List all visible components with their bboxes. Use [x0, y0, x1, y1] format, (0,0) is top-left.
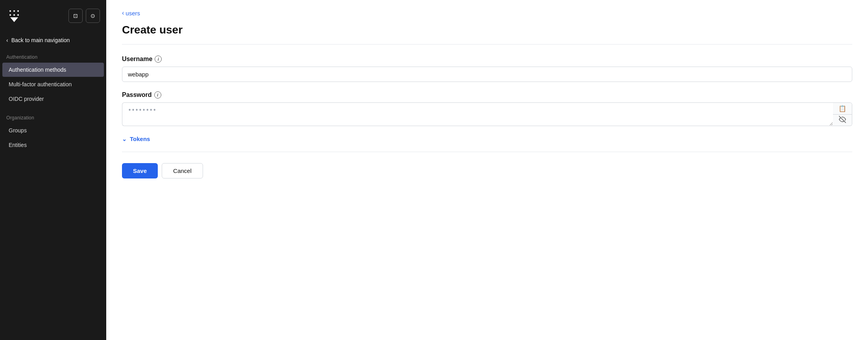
svg-point-4 — [9, 14, 11, 16]
username-label-row: Username i — [122, 56, 852, 63]
password-label: Password — [122, 91, 152, 98]
tokens-label: Tokens — [130, 136, 150, 142]
logo — [6, 7, 22, 24]
password-side-buttons: 📋 — [833, 102, 852, 126]
password-toggle-visibility-button[interactable] — [833, 115, 852, 126]
username-label: Username — [122, 56, 152, 63]
terminal-icon: ⊡ — [73, 13, 78, 19]
bottom-divider — [122, 152, 852, 152]
password-input-wrapper: 📋 — [122, 102, 852, 126]
sidebar: ⊡ ⊙ ‹ Back to main navigation Authentica… — [0, 0, 106, 340]
nav-section-authentication: Authentication Authentication methods Mu… — [0, 49, 106, 110]
generate-icon: 📋 — [838, 105, 846, 112]
username-field-group: Username i — [122, 56, 852, 82]
tokens-section-toggle[interactable]: ⌄ Tokens — [122, 136, 852, 142]
sidebar-item-label: Multi-factor authentication — [9, 81, 72, 87]
svg-point-1 — [9, 10, 11, 12]
sidebar-item-entities[interactable]: Entities — [2, 138, 104, 152]
user-button[interactable]: ⊙ — [86, 9, 100, 23]
svg-point-2 — [13, 10, 15, 12]
sidebar-item-label: Entities — [9, 142, 27, 148]
svg-point-6 — [17, 14, 19, 16]
breadcrumb: ‹ users — [122, 9, 852, 17]
password-generate-button[interactable]: 📋 — [833, 103, 852, 115]
back-to-main-nav[interactable]: ‹ Back to main navigation — [0, 32, 106, 49]
username-input[interactable] — [122, 67, 852, 82]
sidebar-item-label: Authentication methods — [9, 67, 66, 73]
breadcrumb-link[interactable]: users — [126, 10, 140, 17]
sidebar-item-groups[interactable]: Groups — [2, 123, 104, 137]
sidebar-item-mfa[interactable]: Multi-factor authentication — [2, 77, 104, 91]
title-divider — [122, 44, 852, 45]
user-icon: ⊙ — [90, 13, 95, 19]
sidebar-item-auth-methods[interactable]: Authentication methods — [2, 63, 104, 77]
form-actions: Save Cancel — [122, 163, 852, 178]
auth-section-label: Authentication — [0, 49, 106, 62]
org-section-label: Organization — [0, 110, 106, 123]
back-nav-label: Back to main navigation — [11, 37, 70, 43]
password-label-row: Password i — [122, 91, 852, 98]
sidebar-item-label: Groups — [9, 127, 27, 134]
password-textarea[interactable] — [122, 102, 833, 126]
breadcrumb-chevron-icon: ‹ — [122, 9, 124, 17]
page-title: Create user — [122, 24, 852, 36]
svg-point-3 — [17, 10, 19, 12]
terminal-button[interactable]: ⊡ — [68, 9, 83, 23]
sidebar-item-oidc[interactable]: OIDC provider — [2, 92, 104, 106]
password-info-icon[interactable]: i — [154, 91, 161, 98]
back-chevron-icon: ‹ — [6, 37, 8, 43]
svg-point-5 — [13, 14, 15, 16]
sidebar-item-label: OIDC provider — [9, 96, 44, 102]
header-icons: ⊡ ⊙ — [68, 9, 100, 23]
cancel-button[interactable]: Cancel — [162, 163, 203, 178]
nav-section-organization: Organization Groups Entities — [0, 110, 106, 156]
tokens-chevron-icon: ⌄ — [122, 136, 127, 142]
password-field-group: Password i 📋 — [122, 91, 852, 126]
eye-off-icon — [839, 116, 846, 124]
main-content: ‹ users Create user Username i Password … — [106, 0, 868, 340]
save-button[interactable]: Save — [122, 163, 158, 178]
sidebar-header: ⊡ ⊙ — [0, 0, 106, 32]
username-info-icon[interactable]: i — [155, 56, 162, 63]
